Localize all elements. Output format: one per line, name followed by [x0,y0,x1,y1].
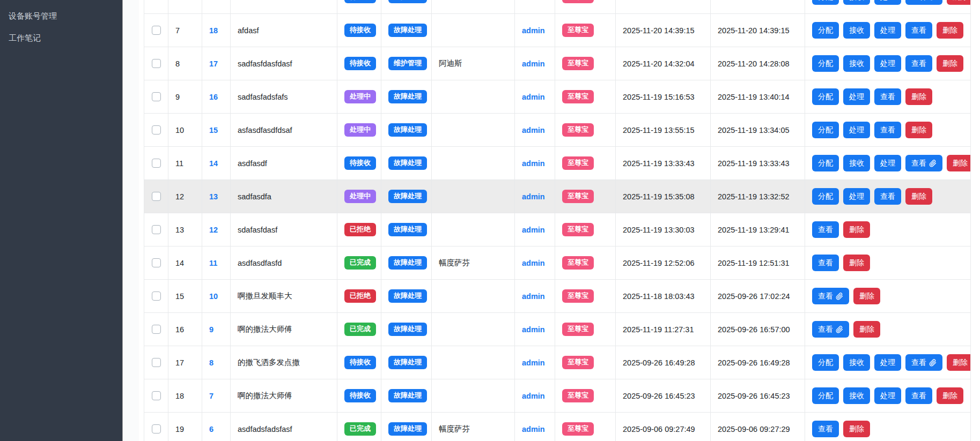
delete-button[interactable]: 删除 [905,88,932,104]
delete-button[interactable]: 删除 [853,321,880,337]
assign-button[interactable]: 分配 [812,22,839,38]
receive-button[interactable]: 接收 [843,55,870,71]
view-button[interactable]: 查看 [874,188,901,204]
assignee-link[interactable]: admin [522,358,545,367]
delete-button[interactable]: 删除 [947,0,970,5]
row-checkbox[interactable] [152,391,161,400]
handle-button[interactable]: 处理 [843,88,870,104]
row-checkbox[interactable] [152,192,161,201]
ticket-id-link[interactable]: 8 [209,358,213,367]
row-checkbox[interactable] [152,26,161,35]
receive-button[interactable]: 接收 [843,155,870,171]
ticket-id-link[interactable]: 9 [209,325,213,334]
assignee-link[interactable]: admin [522,425,545,433]
handle-button[interactable]: 处理 [874,55,901,71]
delete-button[interactable]: 删除 [937,387,963,403]
assign-button[interactable]: 分配 [812,188,839,204]
assignee-cell: admin [515,0,555,13]
handle-button[interactable]: 处理 [874,354,901,370]
handle-button[interactable]: 处理 [843,188,870,204]
view-button[interactable]: 查看 [874,88,901,104]
row-checkbox[interactable] [152,92,161,101]
row-checkbox[interactable] [152,325,161,334]
ticket-id-link[interactable]: 12 [209,226,218,234]
created-time: 2025-11-20 14:32:04 [616,47,711,80]
delete-button[interactable]: 删除 [843,421,870,437]
delete-button[interactable]: 删除 [937,22,963,38]
sidebar-item-work-notes[interactable]: 工作笔记 [0,27,122,49]
view-button[interactable]: 查看 [905,155,942,171]
delete-button[interactable]: 删除 [843,221,870,237]
ticket-id-link[interactable]: 7 [209,392,213,400]
ticket-id-link[interactable]: 10 [209,292,218,301]
receive-button[interactable]: 接收 [843,354,870,370]
sidebar-item-device-account-management[interactable]: 设备账号管理 [0,5,122,27]
table-row: 1213sadfasdfa处理中故障处理admin至尊宝2025-11-19 1… [144,180,970,213]
view-button[interactable]: 查看 [905,55,932,71]
view-button[interactable]: 查看 [905,354,942,370]
row-checkbox[interactable] [152,291,161,301]
view-button[interactable]: 查看 [905,387,932,403]
view-button[interactable]: 查看 [812,255,839,271]
row-checkbox[interactable] [152,358,161,367]
handle-button[interactable]: 处理 [874,0,901,5]
assignee-link[interactable]: admin [522,226,545,234]
delete-button[interactable]: 删除 [853,288,880,304]
ticket-id-link[interactable]: 15 [209,126,218,134]
view-button[interactable]: 查看 [874,122,901,138]
assignee-link[interactable]: admin [522,325,545,334]
receive-button[interactable]: 接收 [843,0,870,5]
assignee-link[interactable]: admin [522,26,545,35]
assign-button[interactable]: 分配 [812,88,839,104]
row-checkbox[interactable] [152,159,161,168]
handle-button[interactable]: 处理 [874,22,901,38]
assignee-link[interactable]: admin [522,59,545,68]
ticket-id-link[interactable]: 14 [209,159,218,168]
ticket-id-link[interactable]: 17 [209,59,218,68]
view-button[interactable]: 查看 [812,321,849,337]
assignee-link[interactable]: admin [522,93,545,101]
view-button[interactable]: 查看 [812,288,849,304]
delete-button[interactable]: 删除 [905,122,932,138]
handle-button[interactable]: 处理 [843,122,870,138]
row-checkbox[interactable] [152,125,161,134]
assign-button[interactable]: 分配 [812,55,839,71]
actions-cell: 分配接收处理查看删除 [805,147,970,180]
row-checkbox[interactable] [152,225,161,234]
ticket-id-link[interactable]: 13 [209,192,218,201]
assignee-link[interactable]: admin [522,192,545,201]
view-button[interactable]: 查看 [905,22,932,38]
assign-button[interactable]: 分配 [812,0,839,5]
row-checkbox[interactable] [152,258,161,267]
assign-button[interactable]: 分配 [812,122,839,138]
ticket-id-link[interactable]: 18 [209,26,218,35]
delete-button[interactable]: 删除 [947,155,970,171]
delete-button[interactable]: 删除 [937,55,963,71]
assignee-link[interactable]: admin [522,126,545,134]
delete-button[interactable]: 删除 [947,354,970,370]
handle-button[interactable]: 处理 [874,155,901,171]
delete-button[interactable]: 删除 [905,188,932,204]
assignee-link[interactable]: admin [522,0,545,1]
type-cell: 故障处理 [381,246,432,279]
view-button[interactable]: 查看 [812,221,839,237]
view-button[interactable]: 查看 [812,421,839,437]
row-checkbox[interactable] [152,59,161,68]
ticket-id-link[interactable]: 11 [209,259,217,267]
assignee-link[interactable]: admin [522,392,545,400]
assign-button[interactable]: 分配 [812,354,839,370]
updated-time: 2025-11-20 14:39:15 [711,14,805,47]
assignee-link[interactable]: admin [522,292,545,301]
receive-button[interactable]: 接收 [843,22,870,38]
ticket-id-link[interactable]: 16 [209,93,218,101]
assignee-link[interactable]: admin [522,259,545,267]
assign-button[interactable]: 分配 [812,155,839,171]
view-button[interactable]: 查看 [905,0,942,5]
row-checkbox[interactable] [152,424,161,433]
assignee-link[interactable]: admin [522,159,545,168]
ticket-id-link[interactable]: 6 [209,425,213,433]
handle-button[interactable]: 处理 [874,387,901,403]
assign-button[interactable]: 分配 [812,387,839,403]
receive-button[interactable]: 接收 [843,387,870,403]
delete-button[interactable]: 删除 [843,255,870,271]
